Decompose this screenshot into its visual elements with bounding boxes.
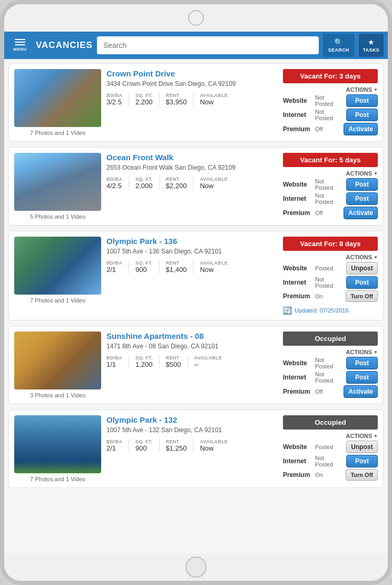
premium-label: Premium [283,125,312,133]
property-name[interactable]: Ocean Front Walk [106,153,278,162]
stat-rent: RENT $3,950 [166,93,194,106]
card-main: 7 Photos and 1 Video Olympic Park - 136 … [9,231,383,320]
tasks-button[interactable]: ★ TASKS [359,34,384,57]
premium-status: Off [315,210,340,216]
website-action-button[interactable]: Unpost [346,262,378,275]
website-action-button[interactable]: Post [346,357,378,369]
card-main: 7 Photos and 1 Video Olympic Park - 132 … [9,410,383,487]
actions-header[interactable]: ACTIONS [283,433,378,439]
property-name[interactable]: Olympic Park - 132 [106,415,278,424]
content-area: 7 Photos and 1 Video Crown Point Drive 3… [4,59,388,553]
stat-bdba-label: BD/BA [106,177,122,182]
action-row-internet: Internet Not Posted Post [283,455,378,467]
card-middle: Ocean Front Walk 2653 Ocean Front Walk S… [106,153,278,220]
stat-rent: RENT $2,200 [166,177,194,190]
actions-header[interactable]: ACTIONS [283,170,378,177]
action-row-internet: Internet Not Posted Post [283,109,378,121]
property-address: 2653 Ocean Front Walk San Diego, CA 9210… [106,164,278,171]
internet-action-button[interactable]: Post [346,192,378,205]
property-stats: BD/BA 2/1 SQ. FT. 900 RENT $1,400 AVAILA… [106,260,278,274]
internet-action-button[interactable]: Post [346,371,378,384]
stat-bdba-value: 4/2.5 [106,182,122,190]
menu-button[interactable]: MENU [8,36,32,55]
status-badge: Vacant For: 3 days [283,69,378,83]
status-badge: Occupied [283,415,378,430]
internet-status: Not Posted [315,109,343,121]
property-image[interactable] [14,415,101,473]
premium-status: On [315,293,342,299]
stat-bdba-label: BD/BA [106,260,122,266]
device-top [4,4,388,32]
stat-sqft: SQ. FT. 900 [135,439,160,452]
action-row-website: Website Posted Unpost [283,262,378,275]
website-action-button[interactable]: Unpost [346,441,378,453]
actions-section: ACTIONS Website Not Posted Post Internet… [283,86,378,135]
stat-sqft-label: SQ. FT. [135,355,153,360]
website-action-button[interactable]: Post [346,178,378,191]
stat-sqft: SQ. FT. 2,200 [135,93,160,106]
stat-available-label: AVAILABLE [200,177,228,182]
internet-action-button[interactable]: Post [346,109,378,121]
search-button[interactable]: 🔍 SEARCH [323,34,355,57]
action-row-website: Website Not Posted Post [283,357,378,369]
website-label: Website [283,443,312,451]
stat-available-label: AVAILABLE [194,355,222,360]
internet-label: Internet [283,279,312,286]
actions-header[interactable]: ACTIONS [283,349,378,355]
internet-label: Internet [283,111,312,119]
internet-label: Internet [283,374,312,381]
card-left: 7 Photos and 1 Video [14,415,101,482]
property-card: 7 Photos and 1 Video Crown Point Drive 3… [8,63,384,142]
premium-action-button[interactable]: Activate [344,385,378,398]
website-label: Website [283,265,312,272]
actions-header[interactable]: ACTIONS [283,254,378,260]
update-text: Updated: 07/25/2016 [295,307,349,314]
stat-rent: RENT $1,400 [166,260,194,274]
website-action-button[interactable]: Post [346,94,378,107]
stat-bdba: BD/BA 1/1 [106,355,129,368]
stat-sqft-value: 2,200 [135,98,153,106]
property-name[interactable]: Sunshine Apartments - 08 [106,331,278,340]
stat-available-value: Now [200,266,228,274]
stat-available-label: AVAILABLE [200,93,228,98]
home-button[interactable] [185,557,207,578]
stat-rent-label: RENT [166,260,187,266]
actions-section: ACTIONS Website Posted Unpost Internet N… [283,254,378,302]
card-middle: Crown Point Drive 3434 Crown Point Drive… [106,69,278,136]
premium-action-button[interactable]: Activate [344,207,378,219]
refresh-icon: 🔄 [283,306,292,315]
property-name[interactable]: Crown Point Drive [106,69,278,78]
menu-bar-2 [15,42,25,43]
menu-label: MENU [13,47,27,52]
actions-header[interactable]: ACTIONS [283,86,378,93]
stat-available-label: AVAILABLE [200,260,228,266]
property-card: 5 Photos and 1 Video Ocean Front Walk 26… [8,147,384,226]
stat-sqft: SQ. FT. 900 [135,260,160,274]
action-row-website: Website Not Posted Post [283,94,378,107]
premium-action-button[interactable]: Activate [344,123,378,135]
property-image[interactable] [14,237,101,295]
internet-action-button[interactable]: Post [346,455,378,467]
update-row: 🔄 Updated: 07/25/2016 [283,306,378,315]
property-image[interactable] [14,153,101,211]
card-right: Vacant For: 3 days ACTIONS Website Not P… [283,69,378,136]
premium-action-button[interactable]: Turn Off [346,469,378,481]
stat-rent-label: RENT [166,355,181,360]
status-badge: Vacant For: 8 days [283,237,378,251]
app-container: MENU VACANCIES 🔍 SEARCH ★ TASKS 7 Photos… [4,32,388,553]
property-name[interactable]: Olympic Park - 136 [106,237,278,246]
premium-status: Off [315,388,340,395]
property-image[interactable] [14,331,101,389]
website-label: Website [283,97,312,104]
card-left: 7 Photos and 1 Video [14,237,101,315]
premium-status: On [315,472,342,478]
card-left: 7 Photos and 1 Video [14,69,101,136]
property-image[interactable] [14,69,101,127]
card-right: Occupied ACTIONS Website Posted Unpost I… [283,415,378,482]
property-card: 3 Photos and 1 Video Sunshine Apartments… [8,326,384,404]
status-badge: Occupied [283,331,378,346]
search-input[interactable] [97,36,319,54]
internet-action-button[interactable]: Post [346,276,378,289]
premium-action-button[interactable]: Turn Off [346,290,378,302]
property-address: 3434 Crown Point Drive San Diego, CA 921… [106,80,278,87]
